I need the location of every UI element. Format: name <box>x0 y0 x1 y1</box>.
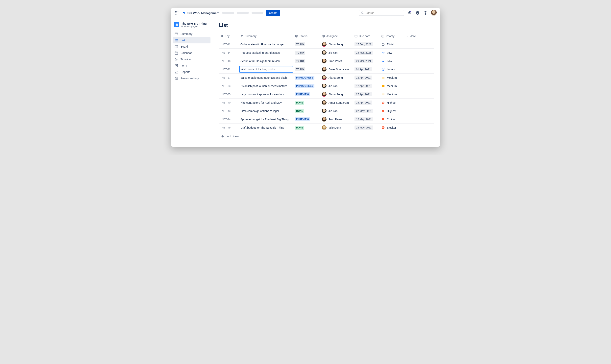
sidebar-item-timeline[interactable]: Timeline <box>173 56 211 63</box>
issue-due-date[interactable]: 29 Mar, 2021 <box>353 57 380 65</box>
issue-priority[interactable]: Critical <box>380 116 405 123</box>
issue-due-date[interactable]: 12 Apr, 2021 <box>353 82 380 90</box>
issue-due-date[interactable]: 28 Apr, 2021 <box>353 99 380 106</box>
issue-priority[interactable]: Medium <box>380 83 405 90</box>
table-row[interactable]: NBT-18 Set up a full Design team review … <box>219 57 434 65</box>
col-key[interactable]: Key <box>219 33 239 39</box>
issue-status[interactable]: TO DO <box>293 57 320 65</box>
issue-summary[interactable]: Draft budget for The Next Big Thing <box>239 125 293 131</box>
issue-key[interactable]: NBT-44 <box>219 116 239 122</box>
issue-key[interactable]: NBT-49 <box>219 125 239 131</box>
sidebar-item-project-settings[interactable]: Project settings <box>173 75 211 81</box>
sidebar-item-list[interactable]: List <box>173 37 211 43</box>
issue-assignee[interactable]: Fran Perez <box>320 57 353 65</box>
table-row[interactable]: NBT-43 Pitch campaign options to legal D… <box>219 107 434 115</box>
project-header[interactable]: The Next Big Thing Business project <box>173 21 211 31</box>
issue-key[interactable]: NBT-43 <box>219 108 239 114</box>
issue-due-date[interactable]: 01 Apr, 2021 <box>353 66 380 73</box>
col-assignee[interactable]: Assignee <box>320 33 353 39</box>
table-row[interactable]: NBT-40 Hire contractors for April and Ma… <box>219 99 434 107</box>
issue-status[interactable]: TO DO <box>293 66 320 73</box>
issue-assignee[interactable]: Amar Sundaram <box>320 65 353 73</box>
table-row[interactable]: NBT-22 Write content for blog posts TO D… <box>219 65 434 74</box>
issue-summary[interactable]: Approve budget for The Next Big Thing <box>239 116 293 123</box>
search-input[interactable] <box>365 11 402 14</box>
issue-status[interactable]: DONE <box>293 99 320 106</box>
issue-status[interactable]: IN PROGRESS <box>293 74 320 81</box>
issue-priority[interactable]: Low <box>380 49 405 56</box>
sidebar-item-board[interactable]: Board <box>173 43 211 50</box>
issue-key[interactable]: NBT-33 <box>219 83 239 89</box>
issue-due-date[interactable]: 12 Apr, 2021 <box>353 74 380 81</box>
issue-summary[interactable]: Set up a full Design team review <box>239 58 293 64</box>
col-due[interactable]: Due date <box>353 33 380 39</box>
issue-key[interactable]: NBT-18 <box>219 58 239 64</box>
issue-assignee[interactable]: Milo Dona <box>320 124 353 132</box>
table-row[interactable]: NBT-44 Approve budget for The Next Big T… <box>219 115 434 124</box>
issue-status[interactable]: IN REVIEW <box>293 91 320 98</box>
issue-summary[interactable]: Sales enablement materials and pitch.. <box>239 75 293 81</box>
add-item-button[interactable]: Add item <box>219 132 434 141</box>
issue-key[interactable]: NBT-12 <box>219 41 239 47</box>
issue-assignee[interactable]: Alana Song <box>320 40 353 48</box>
issue-due-date[interactable]: 17 Feb, 2021 <box>353 41 380 48</box>
issue-priority[interactable]: Low <box>380 58 405 65</box>
issue-summary[interactable]: Establish post-launch success metrics <box>239 83 293 89</box>
issue-status[interactable]: IN REVIEW <box>293 116 320 123</box>
issue-priority[interactable]: Blocker <box>380 124 405 131</box>
issue-priority[interactable]: Highest <box>380 108 405 114</box>
issue-assignee[interactable]: Alana Song <box>320 91 353 98</box>
col-summary[interactable]: Summary <box>239 33 293 39</box>
issue-priority[interactable]: Trivial <box>380 41 405 48</box>
settings-icon[interactable] <box>423 10 428 15</box>
issue-priority[interactable]: Highest <box>380 99 405 106</box>
notifications-icon[interactable] <box>407 10 412 15</box>
sidebar-item-summary[interactable]: Summary <box>173 31 211 37</box>
sidebar-item-calendar[interactable]: Calendar <box>173 50 211 56</box>
help-icon[interactable] <box>415 10 420 15</box>
issue-summary[interactable]: Pitch campaign options to legal <box>239 108 293 114</box>
table-row[interactable]: NBT-27 Sales enablement materials and pi… <box>219 74 434 82</box>
table-row[interactable]: NBT-33 Establish post-launch success met… <box>219 82 434 90</box>
issue-summary[interactable]: Request Marketing brand assets <box>239 50 293 56</box>
sidebar-item-form[interactable]: Form <box>173 63 211 69</box>
issue-summary[interactable]: Write content for blog posts <box>239 66 293 73</box>
table-row[interactable]: NBT-49 Draft budget for The Next Big Thi… <box>219 124 434 132</box>
issue-key[interactable]: NBT-14 <box>219 50 239 56</box>
issue-status[interactable]: TO DO <box>293 49 320 56</box>
create-button[interactable]: Create <box>266 10 280 16</box>
issue-due-date[interactable]: 18 Mar, 2021 <box>353 49 380 56</box>
issue-assignee[interactable]: Amar Sundaram <box>320 99 353 107</box>
issue-assignee[interactable]: Fran Perez <box>320 115 353 123</box>
table-row[interactable]: NBT-14 Request Marketing brand assets TO… <box>219 49 434 57</box>
issue-status[interactable]: DONE <box>293 124 320 131</box>
table-row[interactable]: NBT-35 Legal contract approval for vendo… <box>219 90 434 99</box>
issue-priority[interactable]: Medium <box>380 91 405 98</box>
sidebar-item-reports[interactable]: Reports <box>173 69 211 75</box>
issue-assignee[interactable]: Jie Yan <box>320 49 353 57</box>
col-status[interactable]: Status <box>293 33 320 39</box>
issue-assignee[interactable]: Jie Yan <box>320 107 353 115</box>
col-more[interactable]: More <box>405 33 417 39</box>
issue-summary[interactable]: Hire contractors for April and May <box>239 100 293 106</box>
issue-status[interactable]: IN PROGRESS <box>293 82 320 90</box>
profile-avatar[interactable] <box>431 10 437 16</box>
table-row[interactable]: NBT-12 Collaborate with Finance for budg… <box>219 40 434 49</box>
issue-due-date[interactable]: 16 May, 2021 <box>353 116 380 123</box>
issue-due-date[interactable]: 16 May, 2021 <box>353 124 380 131</box>
search-box[interactable] <box>359 10 404 16</box>
app-switcher-icon[interactable] <box>174 10 179 15</box>
issue-status[interactable]: TO DO <box>293 41 320 48</box>
issue-priority[interactable]: Medium <box>380 74 405 81</box>
issue-summary[interactable]: Legal contract approval for vendors <box>239 91 293 98</box>
issue-assignee[interactable]: Alana Song <box>320 74 353 82</box>
col-priority[interactable]: Priority <box>380 33 405 39</box>
issue-assignee[interactable]: Jie Yan <box>320 82 353 90</box>
product-logo[interactable]: Jira Work Management <box>182 11 219 15</box>
issue-key[interactable]: NBT-27 <box>219 75 239 81</box>
issue-due-date[interactable]: 07 May, 2021 <box>353 107 380 115</box>
issue-priority[interactable]: Lowest <box>380 66 405 73</box>
issue-key[interactable]: NBT-35 <box>219 91 239 97</box>
issue-due-date[interactable]: 27 Apr, 2021 <box>353 91 380 98</box>
issue-summary[interactable]: Collaborate with Finance for budget <box>239 41 293 48</box>
